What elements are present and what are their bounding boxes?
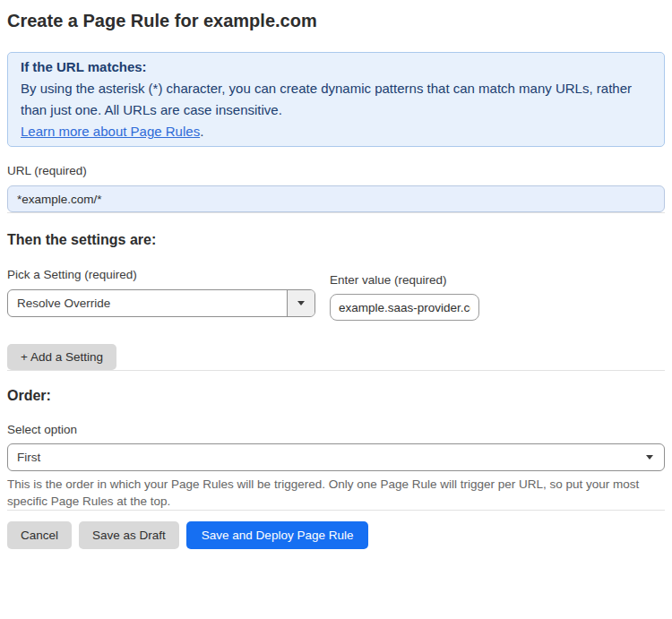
settings-row: Pick a Setting (required) Resolve Overri…: [7, 268, 665, 321]
divider: [7, 212, 665, 213]
divider: [7, 510, 665, 511]
info-box-body: By using the asterisk (*) character, you…: [21, 78, 651, 121]
setting-select-value: Resolve Override: [8, 290, 287, 316]
order-select-label: Select option: [7, 423, 665, 437]
save-as-draft-button[interactable]: Save as Draft: [79, 521, 179, 549]
setting-picker-column: Pick a Setting (required) Resolve Overri…: [7, 268, 315, 317]
setting-picker-label: Pick a Setting (required): [7, 268, 315, 282]
chevron-down-icon: [646, 455, 653, 460]
info-box-body-text: By using the asterisk (*) character, you…: [21, 81, 632, 117]
setting-select[interactable]: Resolve Override: [7, 289, 315, 317]
info-box-link-line: Learn more about Page Rules.: [21, 121, 651, 142]
setting-value-column: Enter value (required): [330, 273, 479, 321]
setting-value-label: Enter value (required): [330, 273, 479, 288]
info-box-heading: If the URL matches:: [21, 56, 651, 78]
url-match-info-box: If the URL matches: By using the asteris…: [7, 52, 665, 147]
add-setting-button[interactable]: + Add a Setting: [7, 344, 116, 370]
url-field-label: URL (required): [7, 164, 665, 178]
link-period: .: [200, 124, 203, 139]
order-select-value: First: [17, 451, 40, 464]
order-help-text: This is the order in which your Page Rul…: [7, 476, 665, 510]
divider: [7, 370, 665, 371]
page-title: Create a Page Rule for example.com: [7, 10, 665, 32]
chevron-down-icon: [297, 301, 305, 305]
learn-more-link[interactable]: Learn more about Page Rules: [21, 124, 200, 139]
setting-select-arrow-button[interactable]: [287, 290, 314, 316]
settings-section-heading: Then the settings are:: [7, 232, 665, 248]
cancel-button[interactable]: Cancel: [7, 521, 72, 549]
save-and-deploy-button[interactable]: Save and Deploy Page Rule: [186, 521, 369, 549]
order-select[interactable]: First: [7, 443, 665, 471]
url-input[interactable]: [7, 185, 665, 212]
order-section-heading: Order:: [7, 388, 665, 404]
footer-actions: Cancel Save as Draft Save and Deploy Pag…: [7, 521, 665, 549]
page-rule-form: Create a Page Rule for example.com If th…: [0, 0, 672, 561]
setting-value-input[interactable]: [330, 294, 479, 321]
